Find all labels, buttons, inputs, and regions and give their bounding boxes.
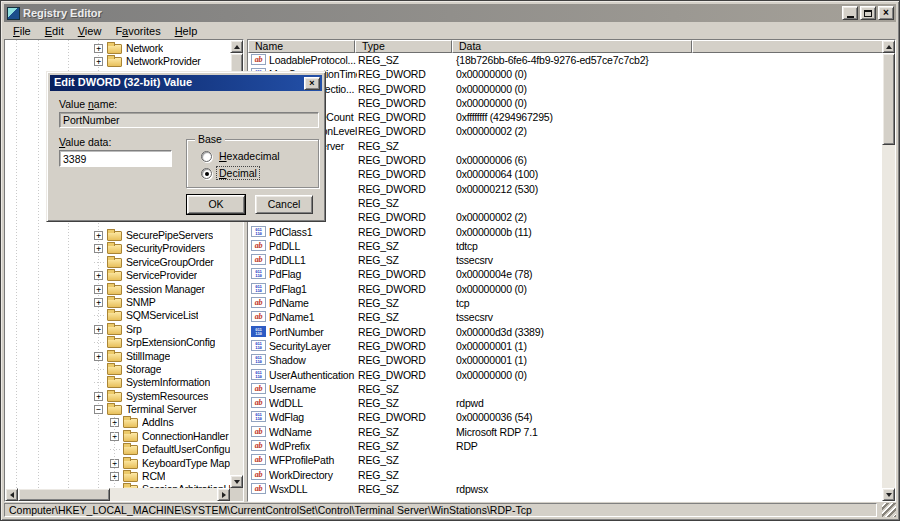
column-header-data[interactable]: Data [452, 40, 692, 53]
registry-value-row[interactable]: abPdDLLREG_SZtdtcp [248, 239, 882, 253]
ok-button[interactable]: OK [187, 195, 245, 214]
registry-value-row[interactable]: abWsxDLLREG_SZrdpwsx [248, 482, 882, 496]
registry-value-row[interactable]: 011110REG_DWORD0x00000064 (100) [248, 167, 882, 181]
tree-item-keyboardtype-mapping[interactable]: +KeyboardType Mapping [5, 457, 230, 470]
menu-item-view[interactable]: View [71, 23, 109, 39]
expand-toggle[interactable]: + [94, 325, 103, 334]
tree-item-storage[interactable]: Storage [5, 363, 230, 376]
tree-item-securityproviders[interactable]: +SecurityProviders [5, 242, 230, 255]
value-name-field[interactable]: PortNumber [59, 112, 319, 128]
tree-item-terminal-server[interactable]: −Terminal Server [5, 403, 230, 416]
registry-value-row[interactable]: 011110UserAuthenticationREG_DWORD0x00000… [248, 368, 882, 382]
expand-toggle[interactable]: + [94, 57, 103, 66]
registry-value-row[interactable]: 011110PortNumberREG_DWORD0x00000d3d (338… [248, 325, 882, 339]
dialog-titlebar[interactable]: Edit DWORD (32-bit) Value × [50, 75, 322, 91]
registry-value-row[interactable]: 011110PdFlag1REG_DWORD0x00000000 (0) [248, 282, 882, 296]
registry-value-row[interactable]: 011110MaxConnectionTimeREG_DWORD0x000000… [248, 67, 882, 81]
registry-value-row[interactable]: 011110PdClass1REG_DWORD0x0000000b (11) [248, 225, 882, 239]
tree-item-defaultuserconfiguration[interactable]: DefaultUserConfiguration [5, 443, 230, 456]
tree-item-rcm[interactable]: +RCM [5, 470, 230, 483]
tree-item-session-manager[interactable]: +Session Manager [5, 283, 230, 296]
expand-toggle[interactable]: − [94, 405, 103, 414]
registry-value-row[interactable]: 011110REG_DWORD0x00000000 (0) [248, 96, 882, 110]
expand-toggle[interactable]: + [94, 285, 103, 294]
expand-toggle[interactable]: + [94, 392, 103, 401]
scroll-up-button[interactable] [230, 40, 243, 53]
tree-item-securepipeservers[interactable]: +SecurePipeServers [5, 229, 230, 242]
tree-horizontal-scrollbar[interactable] [5, 488, 230, 501]
menu-item-file[interactable]: File [6, 23, 38, 39]
registry-value-row[interactable]: 011110REG_DWORD0x00000212 (530) [248, 182, 882, 196]
maximize-button[interactable] [860, 6, 876, 20]
tree-item-servicegrouporder[interactable]: ServiceGroupOrder [5, 256, 230, 269]
registry-value-row[interactable]: 011110REG_DWORD0x00000006 (6) [248, 153, 882, 167]
registry-value-row[interactable]: 011110MaxInstanceCountREG_DWORD0xfffffff… [248, 110, 882, 124]
registry-value-row[interactable]: 011110SecurityLayerREG_DWORD0x00000001 (… [248, 339, 882, 353]
hexadecimal-label[interactable]: Hexadecimal [217, 150, 282, 162]
registry-value-row[interactable]: 011110WdFlagREG_DWORD0x00000036 (54) [248, 410, 882, 424]
scroll-thumb[interactable] [18, 488, 110, 501]
column-header-type[interactable]: Type [355, 40, 452, 53]
registry-value-row[interactable]: abREG_SZ [248, 196, 882, 210]
registry-value-row[interactable]: abWorkDirectoryREG_SZ [248, 468, 882, 482]
dialog-close-button[interactable]: × [304, 77, 320, 90]
folder-icon [107, 285, 122, 295]
titlebar[interactable]: Registry Editor × [4, 4, 896, 22]
scroll-down-button[interactable] [230, 475, 243, 488]
column-header-blank[interactable] [692, 40, 886, 53]
registry-value-row[interactable]: abLoadableProtocol...REG_SZ{18b726bb-6fe… [248, 53, 882, 67]
registry-value-row[interactable]: abWdDLLREG_SZrdpwd [248, 396, 882, 410]
menu-item-favorites[interactable]: Favorites [108, 23, 167, 39]
radio-decimal[interactable]: Decimal [201, 167, 259, 179]
radio-button-icon[interactable] [201, 168, 212, 179]
tree-item-addins[interactable]: +AddIns [5, 416, 230, 429]
registry-value-row[interactable]: 011110MinEncryptionLevelREG_DWORD0x00000… [248, 124, 882, 138]
registry-value-row[interactable]: abWFProfilePathREG_SZ [248, 453, 882, 467]
expand-toggle[interactable]: + [94, 271, 103, 280]
registry-value-row[interactable]: abPdNameREG_SZtcp [248, 296, 882, 310]
tree-item-stillimage[interactable]: +StillImage [5, 350, 230, 363]
scroll-thumb[interactable] [882, 53, 895, 145]
cancel-button[interactable]: Cancel [255, 195, 313, 214]
expand-toggle[interactable]: + [94, 298, 103, 307]
tree-item-sqmservicelist[interactable]: SQMServiceList [5, 309, 230, 322]
list-vertical-scrollbar[interactable] [882, 40, 895, 501]
tree-item-serviceprovider[interactable]: +ServiceProvider [5, 269, 230, 282]
tree-item-connectionhandler[interactable]: +ConnectionHandler [5, 430, 230, 443]
registry-value-row[interactable]: abPdDLL1REG_SZtssecsrv [248, 253, 882, 267]
decimal-label[interactable]: Decimal [217, 167, 259, 179]
registry-value-row[interactable]: abWdNameREG_SZMicrosoft RDP 7.1 [248, 425, 882, 439]
column-header-name[interactable]: Name [248, 40, 355, 53]
expand-toggle[interactable]: + [94, 244, 103, 253]
registry-value-row[interactable]: abNWLogonServerREG_SZ [248, 139, 882, 153]
close-button[interactable]: × [878, 6, 894, 20]
value-data-input[interactable] [59, 150, 172, 167]
tree-item-srpextensionconfig[interactable]: SrpExtensionConfig [5, 336, 230, 349]
tree-item-systeminformation[interactable]: SystemInformation [5, 376, 230, 389]
expand-toggle[interactable]: + [94, 231, 103, 240]
menu-item-help[interactable]: Help [168, 23, 205, 39]
registry-value-row[interactable]: 011110REG_DWORD0x00000002 (2) [248, 210, 882, 224]
registry-value-row[interactable]: abUsernameREG_SZ [248, 382, 882, 396]
resize-grip[interactable] [882, 503, 896, 517]
registry-value-row[interactable]: 011110ShadowREG_DWORD0x00000001 (1) [248, 353, 882, 367]
scroll-up-button[interactable] [882, 40, 895, 53]
expand-toggle[interactable]: + [94, 44, 103, 53]
registry-value-row[interactable]: abWdPrefixREG_SZRDP [248, 439, 882, 453]
expand-toggle[interactable]: + [94, 352, 103, 361]
menu-item-edit[interactable]: Edit [38, 23, 71, 39]
minimize-button[interactable] [842, 6, 858, 20]
radio-hexadecimal[interactable]: Hexadecimal [201, 150, 282, 162]
tree-item-srp[interactable]: +Srp [5, 323, 230, 336]
registry-value-row[interactable]: abPdName1REG_SZtssecsrv [248, 310, 882, 324]
tree-item-network[interactable]: +Network [5, 42, 230, 55]
scroll-down-button[interactable] [882, 488, 895, 501]
tree-item-networkprovider[interactable]: +NetworkProvider [5, 55, 230, 68]
registry-value-row[interactable]: 011110MaxDisconnectio...REG_DWORD0x00000… [248, 82, 882, 96]
registry-value-row[interactable]: 011110PdFlagREG_DWORD0x0000004e (78) [248, 267, 882, 281]
tree-item-snmp[interactable]: +SNMP [5, 296, 230, 309]
scroll-left-button[interactable] [5, 488, 18, 501]
tree-item-systemresources[interactable]: +SystemResources [5, 390, 230, 403]
scroll-right-button[interactable] [217, 488, 230, 501]
radio-button-icon[interactable] [201, 151, 212, 162]
